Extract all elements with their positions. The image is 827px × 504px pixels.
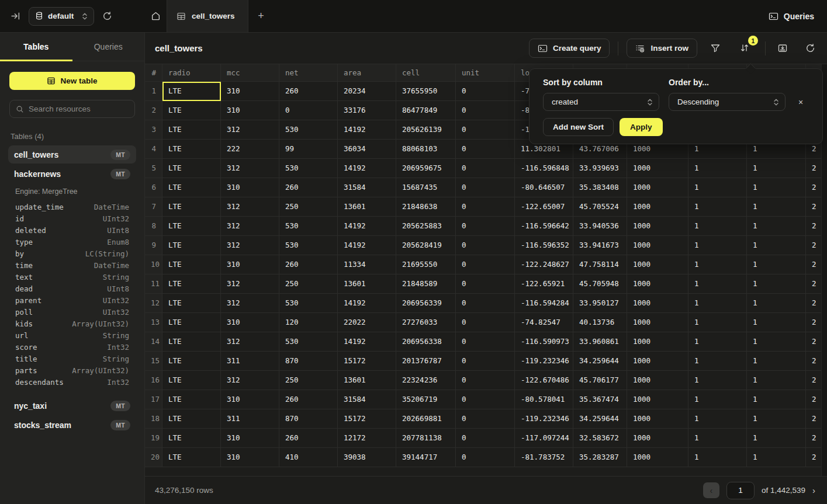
table-cell[interactable]: 311: [221, 352, 279, 371]
sort-column-select[interactable]: created: [543, 93, 659, 111]
table-cell[interactable]: 47.758114: [573, 255, 627, 274]
sidebar-collapse-icon[interactable]: [8, 9, 23, 23]
table-cell[interactable]: 0: [456, 352, 515, 371]
table-cell[interactable]: 312: [221, 217, 279, 236]
table-cell[interactable]: 205628419: [396, 236, 456, 255]
table-cell[interactable]: 13601: [338, 274, 396, 294]
table-cell[interactable]: 0: [456, 390, 515, 409]
table-cell[interactable]: 1: [747, 159, 806, 178]
table-cell[interactable]: 312: [221, 332, 279, 352]
table-cell[interactable]: -116.590973: [515, 332, 573, 352]
table-cell[interactable]: 260: [279, 429, 338, 448]
table-cell[interactable]: 1: [688, 448, 747, 467]
table-cell[interactable]: 312: [221, 236, 279, 255]
table-cell[interactable]: LTE: [162, 390, 221, 409]
table-cell[interactable]: 0: [456, 197, 515, 217]
table-cell[interactable]: LTE: [162, 255, 221, 274]
column-header[interactable]: area: [338, 64, 396, 82]
table-cell[interactable]: 1000: [627, 294, 688, 313]
table-cell[interactable]: 1000: [627, 313, 688, 332]
apply-sort-button[interactable]: Apply: [620, 118, 663, 136]
table-cell[interactable]: 310: [221, 429, 279, 448]
table-cell[interactable]: 1: [747, 409, 806, 429]
sidebar-item-nyc-taxi[interactable]: nyc_taxi MT: [8, 397, 136, 415]
table-cell[interactable]: 39144717: [396, 448, 456, 467]
table-cell[interactable]: 32.583672: [573, 429, 627, 448]
table-cell[interactable]: 0: [456, 274, 515, 294]
table-cell[interactable]: 206956338: [396, 332, 456, 352]
table-cell[interactable]: 14192: [338, 332, 396, 352]
table-cell[interactable]: -116.594284: [515, 294, 573, 313]
table-cell[interactable]: -122.65921: [515, 274, 573, 294]
table-cell[interactable]: -117.097244: [515, 429, 573, 448]
table-cell[interactable]: 205625883: [396, 217, 456, 236]
column-header[interactable]: radio: [162, 64, 221, 82]
table-cell[interactable]: 1: [688, 332, 747, 352]
table-cell[interactable]: 310: [221, 448, 279, 467]
table-cell[interactable]: 1000: [627, 236, 688, 255]
table-cell[interactable]: -81.783752: [515, 448, 573, 467]
table-cell[interactable]: 1: [688, 429, 747, 448]
table-cell[interactable]: 0: [456, 236, 515, 255]
table-cell[interactable]: 310: [221, 82, 279, 101]
table-cell[interactable]: 35.283287: [573, 448, 627, 467]
table-cell[interactable]: 1: [747, 448, 806, 467]
table-cell[interactable]: 1: [747, 178, 806, 197]
table-cell[interactable]: 530: [279, 332, 338, 352]
table-cell[interactable]: 1000: [627, 448, 688, 467]
table-cell[interactable]: LTE: [162, 236, 221, 255]
table-cell[interactable]: 311: [221, 409, 279, 429]
table-cell[interactable]: 1: [747, 352, 806, 371]
table-cell[interactable]: LTE: [162, 448, 221, 467]
table-cell[interactable]: 250: [279, 197, 338, 217]
table-cell[interactable]: 0: [456, 159, 515, 178]
table-cell[interactable]: 0: [456, 255, 515, 274]
refresh-table-icon[interactable]: [802, 40, 819, 57]
table-cell[interactable]: 1: [747, 236, 806, 255]
table-cell[interactable]: 0: [456, 429, 515, 448]
table-cell[interactable]: 1: [688, 236, 747, 255]
table-cell[interactable]: 1: [747, 429, 806, 448]
table-cell[interactable]: 31584: [338, 178, 396, 197]
table-cell[interactable]: 37655950: [396, 82, 456, 101]
table-cell[interactable]: 14192: [338, 120, 396, 140]
table-cell[interactable]: 207781138: [396, 429, 456, 448]
table-cell[interactable]: 1000: [627, 390, 688, 409]
table-cell[interactable]: 206959675: [396, 159, 456, 178]
sidebar-item-cell-towers[interactable]: cell_towers MT: [8, 145, 136, 164]
table-cell[interactable]: 1000: [627, 429, 688, 448]
database-selector[interactable]: default: [29, 7, 94, 26]
table-cell[interactable]: 1000: [627, 255, 688, 274]
column-header[interactable]: unit: [456, 64, 515, 82]
table-cell[interactable]: 12172: [338, 429, 396, 448]
table-cell[interactable]: 1: [688, 274, 747, 294]
add-new-sort-button[interactable]: Add new Sort: [543, 118, 614, 136]
table-cell[interactable]: -116.596352: [515, 236, 573, 255]
table-cell[interactable]: LTE: [162, 120, 221, 140]
table-cell[interactable]: 40.13736: [573, 313, 627, 332]
home-tab[interactable]: [145, 0, 167, 32]
table-cell[interactable]: 0: [456, 120, 515, 140]
table-cell[interactable]: 1: [688, 409, 747, 429]
table-cell[interactable]: 1: [688, 371, 747, 390]
table-cell[interactable]: 260: [279, 390, 338, 409]
table-cell[interactable]: 33176: [338, 101, 396, 120]
table-cell[interactable]: 45.705524: [573, 197, 627, 217]
table-cell[interactable]: 530: [279, 217, 338, 236]
table-cell[interactable]: LTE: [162, 217, 221, 236]
table-cell[interactable]: LTE: [162, 332, 221, 352]
table-cell[interactable]: 1: [688, 255, 747, 274]
table-cell[interactable]: 1000: [627, 217, 688, 236]
table-cell[interactable]: 250: [279, 371, 338, 390]
table-cell[interactable]: 1: [688, 217, 747, 236]
sort-order-select[interactable]: Descending: [669, 93, 786, 111]
table-cell[interactable]: 1: [747, 197, 806, 217]
table-cell[interactable]: 310: [221, 255, 279, 274]
table-cell[interactable]: 0: [279, 101, 338, 120]
table-cell[interactable]: 33.950127: [573, 294, 627, 313]
table-cell[interactable]: 260: [279, 82, 338, 101]
table-cell[interactable]: 530: [279, 159, 338, 178]
table-cell[interactable]: -80.646507: [515, 178, 573, 197]
table-cell[interactable]: LTE: [162, 178, 221, 197]
table-cell[interactable]: -74.82547: [515, 313, 573, 332]
